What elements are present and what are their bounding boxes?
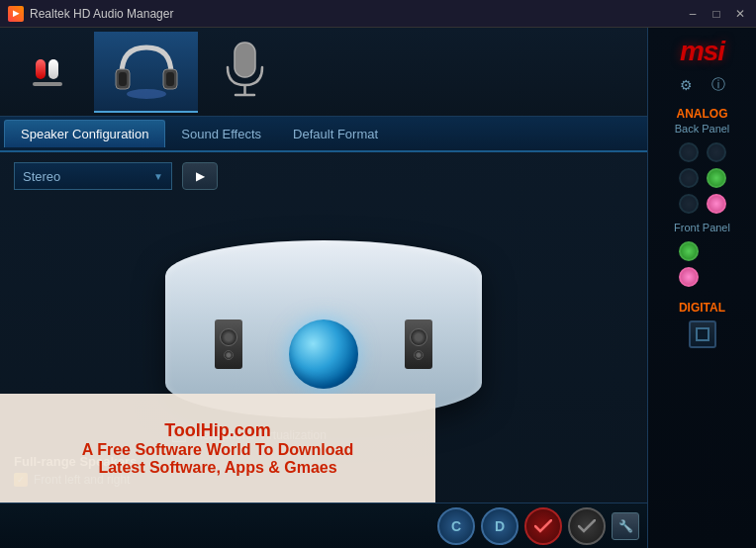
tab-speaker-configuration[interactable]: Speaker Configuration [4, 120, 165, 147]
headphone-icon [112, 40, 181, 104]
wrench-button[interactable]: 🔧 [612, 512, 639, 540]
dropdown-value: Stereo [23, 169, 60, 184]
watermark-line1: ToolHip.com [164, 420, 271, 441]
digital-label: DIGITAL [679, 301, 725, 315]
minimize-button[interactable]: – [685, 6, 701, 22]
app-icon: ▶ [8, 6, 24, 22]
watermark-line3: Latest Software, Apps & Gmaes [98, 459, 336, 477]
back-jack-1[interactable] [679, 142, 699, 162]
msi-logo: msi [680, 36, 724, 67]
svg-rect-3 [166, 72, 174, 86]
speaker-tweeter-left [224, 350, 234, 360]
microphone-icon [218, 38, 272, 107]
back-jack-green[interactable] [707, 168, 726, 188]
tab-sound-effects[interactable]: Sound Effects [165, 121, 277, 147]
stage-speaker-right [405, 320, 432, 369]
bottom-toolbar: C D 🔧 [0, 502, 647, 548]
stage-speaker-left [215, 320, 242, 369]
right-sidebar: msi ⚙ ⓘ ANALOG Back Panel Front [647, 28, 756, 548]
device-tab-headphones[interactable] [94, 32, 198, 113]
back-panel-jacks [679, 142, 726, 214]
device-tabs [0, 28, 647, 117]
titlebar-left: ▶ Realtek HD Audio Manager [8, 6, 173, 22]
btn-check2[interactable] [568, 507, 606, 545]
btn-c[interactable]: C [437, 507, 475, 545]
sidebar-icons-row: ⚙ ⓘ [677, 75, 728, 95]
back-jack-2[interactable] [707, 142, 726, 162]
speaker-cone-right [410, 328, 427, 346]
watermark-overlay: ToolHip.com A Free Software World To Dow… [0, 394, 435, 502]
back-panel-row2 [679, 168, 726, 188]
titlebar-controls: – □ ✕ [685, 6, 748, 22]
btn-check[interactable] [524, 507, 562, 545]
back-panel-row1 [679, 142, 726, 162]
speaker-dropdown[interactable]: Stereo ▼ [14, 162, 172, 190]
left-panel: Speaker Configuration Sound Effects Defa… [0, 28, 647, 548]
maximize-button[interactable]: □ [709, 6, 724, 22]
wrench-icon: 🔧 [618, 519, 633, 533]
device-tab-speakers[interactable] [0, 32, 94, 113]
tab-default-format[interactable]: Default Format [277, 121, 394, 147]
svg-rect-5 [235, 43, 255, 77]
digital-port-inner [696, 327, 709, 341]
front-panel-label: Front Panel [674, 222, 730, 233]
settings-icon[interactable]: ⚙ [677, 75, 697, 95]
titlebar: ▶ Realtek HD Audio Manager – □ ✕ [0, 0, 756, 28]
back-jack-5[interactable] [679, 194, 699, 214]
speaker-unit-left [215, 320, 242, 369]
main-container: Speaker Configuration Sound Effects Defa… [0, 28, 756, 548]
speaker-tweeter-right [414, 350, 424, 360]
front-panel-jacks [679, 241, 726, 287]
info-icon[interactable]: ⓘ [709, 75, 728, 95]
btn-d[interactable]: D [481, 507, 519, 545]
dropdown-arrow-icon: ▼ [153, 171, 163, 182]
speaker-cone-left [220, 328, 237, 346]
watermark-line2: A Free Software World To Download [82, 441, 353, 459]
rca-speakers-icon [33, 59, 62, 86]
front-panel-row2 [679, 267, 726, 287]
titlebar-title: Realtek HD Audio Manager [30, 7, 173, 21]
back-panel-row3 [679, 194, 726, 214]
back-jack-pink[interactable] [707, 194, 726, 214]
digital-port[interactable] [689, 320, 716, 348]
check-icon [534, 519, 552, 533]
svg-rect-1 [119, 72, 127, 86]
tab-bar: Speaker Configuration Sound Effects Defa… [0, 117, 647, 152]
analog-label: ANALOG [677, 107, 728, 121]
front-jack-green[interactable] [679, 241, 699, 261]
back-jack-3[interactable] [679, 168, 699, 188]
audio-sphere [289, 320, 358, 389]
front-panel-row1 [679, 241, 726, 261]
speaker-unit-right [405, 320, 432, 369]
check2-icon [578, 519, 596, 533]
close-button[interactable]: ✕ [732, 6, 748, 22]
svg-point-4 [127, 89, 166, 99]
back-panel-label: Back Panel [675, 123, 730, 135]
stage-platform [165, 240, 482, 418]
play-icon: ▶ [196, 169, 205, 183]
front-jack-pink[interactable] [679, 267, 699, 287]
play-button[interactable]: ▶ [182, 162, 218, 190]
speaker-select-row: Stereo ▼ ▶ [14, 162, 633, 190]
device-tab-microphone[interactable] [198, 32, 292, 113]
